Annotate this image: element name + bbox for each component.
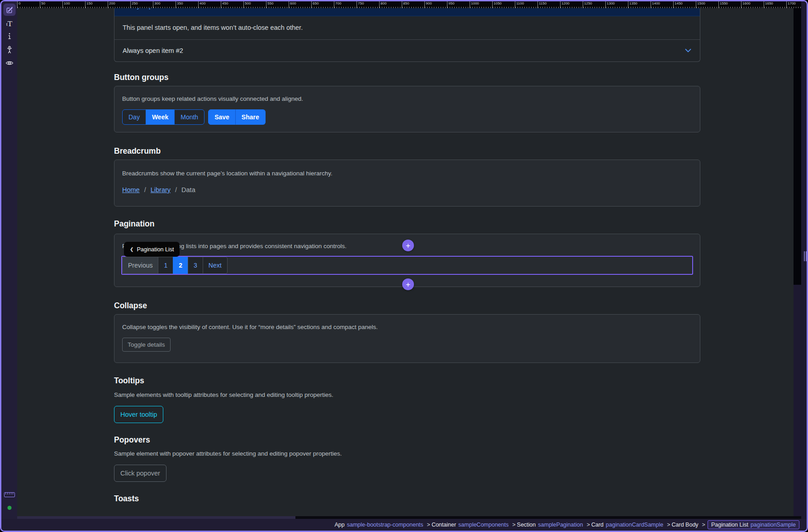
status-bar: Appsample-bootstrap-components>Container… <box>1 519 807 531</box>
page-item: 1 <box>158 257 173 274</box>
ruler-tick-label: 1600 <box>741 1 764 8</box>
ruler-tick-label: 50 <box>40 1 62 8</box>
ruler-tick-label: 0 <box>17 1 40 8</box>
ruler-tick-label: 1400 <box>651 1 673 8</box>
page-link[interactable]: 3 <box>188 257 203 274</box>
plus-icon: + <box>406 242 410 250</box>
ruler-tick-label: 400 <box>198 1 221 8</box>
insert-above-button[interactable]: + <box>402 240 414 251</box>
ruler-tick-label: 500 <box>243 1 266 8</box>
ruler-tick-label: 1150 <box>537 1 560 8</box>
toggle-details-button[interactable]: Toggle details <box>122 338 171 352</box>
pagination-card: Pagination breaks long lists into pages … <box>114 234 700 287</box>
page-item: Next <box>203 257 228 274</box>
ruler-tick-label: 1200 <box>560 1 583 8</box>
button-groups-desc: Button groups keep related actions visua… <box>122 94 692 103</box>
tooltips-heading: Tooltips <box>114 376 700 386</box>
ruler-tick-label: 750 <box>356 1 379 8</box>
click-popover-button[interactable]: Click popover <box>114 465 166 482</box>
page-link[interactable]: Previous <box>122 257 158 274</box>
page-link[interactable]: 1 <box>158 257 173 274</box>
ruler-tick-label: 950 <box>447 1 470 8</box>
accordion-item1-body: This panel starts open, and items won’t … <box>114 16 700 40</box>
page-link[interactable]: Next <box>203 257 228 274</box>
ruler-tick-label: 1300 <box>605 1 628 8</box>
action-button[interactable]: Share <box>235 109 266 125</box>
selection-outline: Previous123Next <box>122 257 692 274</box>
breadcrumb-item[interactable]: Library/ <box>151 186 177 193</box>
status-breadcrumb-separator: > <box>587 522 590 528</box>
ruler-tick-label: 1050 <box>492 1 515 8</box>
breadcrumb-separator: / <box>144 186 146 193</box>
ruler-tick-label: 1350 <box>628 1 651 8</box>
app-right-gutter <box>794 285 801 516</box>
ruler-tick-label: 1000 <box>470 1 492 8</box>
segmented-button[interactable]: Month <box>174 109 204 125</box>
panel-resize-handle[interactable] <box>803 251 808 261</box>
status-breadcrumb-separator: > <box>427 522 430 528</box>
status-breadcrumb-item[interactable]: SectionsamplePagination> <box>517 522 591 528</box>
page-link[interactable]: 2 <box>173 257 188 274</box>
page-item: 3 <box>188 257 203 274</box>
status-breadcrumb-item[interactable]: Card Body> <box>672 522 707 528</box>
chevron-left-icon: ❮ <box>130 247 133 252</box>
grid-apps-icon[interactable] <box>5 474 14 482</box>
button-groups-row: DayWeekMonth SaveShare <box>122 109 692 125</box>
accordion-item2-header[interactable]: Always open item #2 <box>114 40 700 61</box>
breadcrumb-separator: / <box>175 186 177 193</box>
eye-icon[interactable] <box>5 59 14 67</box>
status-breadcrumb-separator: > <box>667 522 670 528</box>
ruler-tick-label: 1550 <box>718 1 741 8</box>
action-button[interactable]: Save <box>208 109 236 125</box>
ruler-tick-label: 900 <box>424 1 447 8</box>
horizontal-ruler: 0501001502002503003504004505005506006507… <box>17 1 801 8</box>
insert-below-button[interactable]: + <box>402 278 414 290</box>
typography-glyph-big: T <box>8 19 12 28</box>
page-item: 2 <box>173 257 188 274</box>
button-groups-heading: Button groups <box>114 72 700 82</box>
ruler-tick-label: 1650 <box>764 1 786 8</box>
accordion-item1-title: Always open item #1 <box>123 8 183 9</box>
breadcrumb-item[interactable]: Home/ <box>122 186 146 193</box>
typography-icon[interactable]: tT <box>4 19 15 29</box>
plus-icon: + <box>406 281 410 288</box>
edit-mode-icon[interactable] <box>3 4 15 16</box>
collapse-desc: Collapse toggles the visibility of conte… <box>122 323 692 331</box>
ruler-tick-label: 1100 <box>515 1 537 8</box>
ruler-tick-label: 300 <box>153 1 176 8</box>
ruler-tick-label: 200 <box>108 1 130 8</box>
pagination-list: Previous123Next <box>122 257 692 274</box>
status-breadcrumb-item[interactable]: ContainersampleComponents> <box>432 522 517 528</box>
info-icon[interactable] <box>5 32 14 40</box>
collapse-heading: Collapse <box>114 301 700 311</box>
breadcrumb-desc: Breadcrumbs show the current page’s loca… <box>122 169 692 178</box>
left-toolbar: tT <box>1 1 17 531</box>
pagination-heading: Pagination <box>114 219 700 229</box>
ruler-tick-label: 150 <box>85 1 108 8</box>
design-canvas[interactable]: Always open item #1 This panel starts op… <box>17 8 794 516</box>
hover-tooltip-button[interactable]: Hover tooltip <box>114 406 163 423</box>
status-breadcrumb-item[interactable]: CardpaginationCardSample> <box>591 522 672 528</box>
ruler-tick-label: 350 <box>176 1 198 8</box>
breadcrumb-item[interactable]: Data <box>181 186 195 193</box>
canvas-right-gutter <box>794 8 801 285</box>
segmented-button[interactable]: Week <box>146 109 175 125</box>
accessibility-person-icon[interactable] <box>5 46 14 54</box>
selection-breadcrumb-tag[interactable]: ❮ Pagination List <box>124 242 180 257</box>
popovers-desc: Sample element with popover attributes f… <box>114 449 700 458</box>
segmented-button[interactable]: Day <box>122 109 146 125</box>
status-breadcrumb-item[interactable]: Pagination ListpaginationSample <box>708 520 799 529</box>
status-breadcrumb-item[interactable]: Appsample-bootstrap-components> <box>334 522 431 528</box>
toasts-heading: Toasts <box>114 494 700 504</box>
page-item: Previous <box>122 257 158 274</box>
breadcrumb-nav: Home/Library/Data <box>122 186 692 193</box>
button-groups-card: Button groups keep related actions visua… <box>114 86 700 132</box>
ruler-toggle-icon[interactable] <box>4 492 15 497</box>
accordion-item1-header-clipped[interactable]: Always open item #1 <box>114 8 700 16</box>
page-content-column: Always open item #1 This panel starts op… <box>114 8 700 504</box>
ruler-tick-label: 700 <box>334 1 356 8</box>
chevron-down-icon <box>684 47 692 54</box>
ruler-tick-label: 1250 <box>583 1 605 8</box>
ruler-tick-label: 650 <box>311 1 334 8</box>
pencil-square-icon <box>5 6 13 14</box>
